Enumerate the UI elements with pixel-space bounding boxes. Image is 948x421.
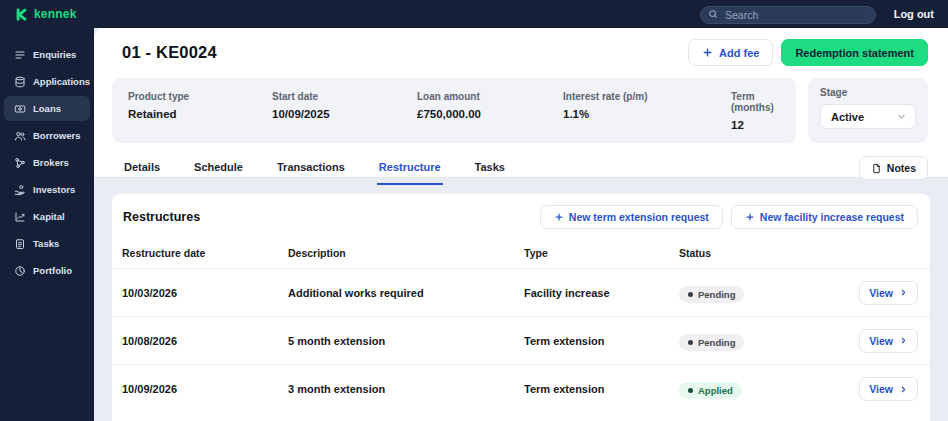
plus-icon	[702, 47, 713, 58]
new-term-extension-button[interactable]: New term extension request	[540, 205, 723, 229]
cell-date: 10/03/2026	[122, 287, 288, 299]
field-start-date: Start date 10/09/2025	[256, 91, 401, 143]
sidebar-item-investors[interactable]: Investors	[4, 177, 90, 202]
status-dot	[688, 388, 693, 393]
users-icon	[14, 130, 26, 142]
sidebar-item-applications[interactable]: Applications	[4, 69, 90, 94]
page-title: 01 - KE0024	[122, 43, 217, 62]
table-header: Restructure date Description Type Status	[112, 238, 930, 269]
kennek-logo-icon	[14, 7, 29, 22]
new-facility-increase-button[interactable]: New facility increase request	[731, 205, 918, 229]
field-interest-rate: Interest rate (p/m) 1.1%	[547, 91, 715, 143]
cell-description: 3 month extension	[288, 383, 524, 395]
col-type: Type	[524, 247, 679, 259]
restructures-card: Restructures New term extension request …	[112, 194, 930, 421]
status-dot	[688, 292, 693, 297]
col-description: Description	[288, 247, 524, 259]
cell-date: 10/09/2026	[122, 383, 288, 395]
field-term-months: Term (months) 12	[715, 91, 796, 143]
redemption-statement-button[interactable]: Redemption statement	[781, 39, 928, 66]
status-badge: Pending	[679, 334, 744, 351]
chevron-right-icon	[899, 336, 908, 345]
search-icon	[708, 9, 718, 19]
view-button[interactable]: View	[859, 281, 918, 305]
banknote-icon	[14, 103, 26, 115]
chevron-right-icon	[899, 288, 908, 297]
logout-button[interactable]: Log out	[894, 8, 934, 20]
col-restructure-date: Restructure date	[122, 247, 288, 259]
plus-icon	[745, 212, 755, 222]
sidebar-item-kapital[interactable]: Kapital	[4, 204, 90, 229]
col-status: Status	[679, 247, 854, 259]
kennek-logo[interactable]: kennek	[14, 7, 77, 22]
sidebar-item-brokers[interactable]: Brokers	[4, 150, 90, 175]
cell-type: Term extension	[524, 383, 679, 395]
add-fee-button[interactable]: Add fee	[688, 39, 773, 66]
field-product-type: Product type Retained	[112, 91, 256, 143]
field-loan-amount: Loan amount £750,000.00	[401, 91, 547, 143]
notes-button[interactable]: Notes	[859, 156, 928, 180]
status-badge: Applied	[679, 382, 742, 399]
brand-name: kennek	[34, 7, 77, 21]
view-button[interactable]: View	[859, 377, 918, 401]
stage-select[interactable]: Active	[820, 104, 916, 129]
stage-label: Stage	[820, 87, 916, 98]
search-input[interactable]	[700, 6, 876, 24]
search-box	[700, 5, 876, 23]
view-button[interactable]: View	[859, 329, 918, 353]
table-row: 10/08/2026 5 month extension Term extens…	[112, 317, 930, 365]
table-row: 10/03/2026 Additional works required Fac…	[112, 269, 930, 317]
chevron-right-icon	[899, 385, 908, 394]
network-icon	[14, 157, 26, 169]
clipboard-icon	[14, 238, 26, 250]
restructures-title: Restructures	[123, 210, 200, 224]
stage-card: Stage Active	[808, 78, 928, 143]
topbar: kennek Log out	[0, 0, 948, 28]
plus-icon	[554, 212, 564, 222]
document-icon	[871, 163, 882, 174]
sidebar-item-borrowers[interactable]: Borrowers	[4, 123, 90, 148]
layers-icon	[14, 76, 26, 88]
sidebar: Enquiries Applications Loans Borrowers B…	[0, 28, 94, 421]
sidebar-item-tasks[interactable]: Tasks	[4, 231, 90, 256]
status-dot	[688, 340, 693, 345]
sidebar-item-loans[interactable]: Loans	[4, 96, 90, 121]
table-row: 10/09/2026 3 month extension Term extens…	[112, 365, 930, 413]
cell-type: Term extension	[524, 335, 679, 347]
pie-icon	[14, 265, 26, 277]
chart-icon	[14, 211, 26, 223]
chevron-down-icon	[896, 111, 907, 122]
loan-header-panel: 01 - KE0024 Add fee Redemption statement…	[94, 28, 948, 178]
cell-type: Facility increase	[524, 287, 679, 299]
cell-description: Additional works required	[288, 287, 524, 299]
loan-summary-bar: Product type Retained Start date 10/09/2…	[112, 78, 796, 143]
sidebar-item-enquiries[interactable]: Enquiries	[4, 42, 90, 67]
cell-description: 5 month extension	[288, 335, 524, 347]
cell-date: 10/08/2026	[122, 335, 288, 347]
sidebar-item-portfolio[interactable]: Portfolio	[4, 258, 90, 283]
status-badge: Pending	[679, 286, 744, 303]
hand-coin-icon	[14, 184, 26, 196]
list-icon	[14, 49, 26, 61]
